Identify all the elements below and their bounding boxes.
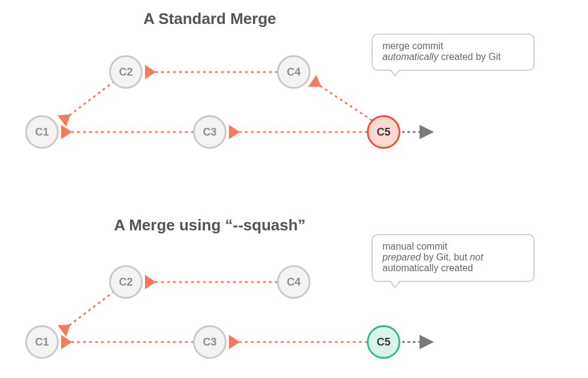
d2-callout-em2: not [470, 252, 483, 262]
d2-callout-line1: manual commit [382, 241, 524, 252]
d1-commit-c2: C2 [109, 55, 143, 89]
d1-callout-line1: merge commit [382, 41, 524, 52]
d2-commit-c2: C2 [109, 265, 143, 299]
d2-callout-mid: by Git, but [421, 252, 470, 262]
d1-callout-em: automatically [382, 52, 438, 62]
d2-callout-tail [390, 281, 400, 289]
d1-callout-line2: automatically created by Git [382, 52, 524, 62]
d2-callout-line2: prepared by Git, but not [382, 252, 524, 263]
d2-commit-c1: C1 [25, 325, 59, 359]
d1-commit-c3: C3 [193, 115, 227, 149]
d1-callout: merge commit automatically created by Gi… [372, 34, 535, 71]
svg-line-4 [315, 83, 372, 120]
d2-commit-c5-squash: C5 [367, 325, 400, 359]
d2-commit-c3: C3 [193, 325, 227, 359]
d1-callout-tail [390, 70, 400, 77]
svg-line-0 [65, 82, 114, 119]
svg-line-6 [65, 292, 114, 329]
d2-callout-line3: automatically created [382, 263, 524, 274]
d1-commit-c5-merge: C5 [367, 115, 400, 149]
d2-callout: manual commit prepared by Git, but not a… [372, 234, 535, 282]
d1-commit-c4: C4 [277, 55, 310, 89]
d1-callout-suffix: created by Git [438, 52, 500, 62]
d2-callout-em1: prepared [382, 252, 421, 262]
d1-commit-c1: C1 [25, 115, 59, 149]
d2-commit-c4: C4 [277, 265, 310, 299]
